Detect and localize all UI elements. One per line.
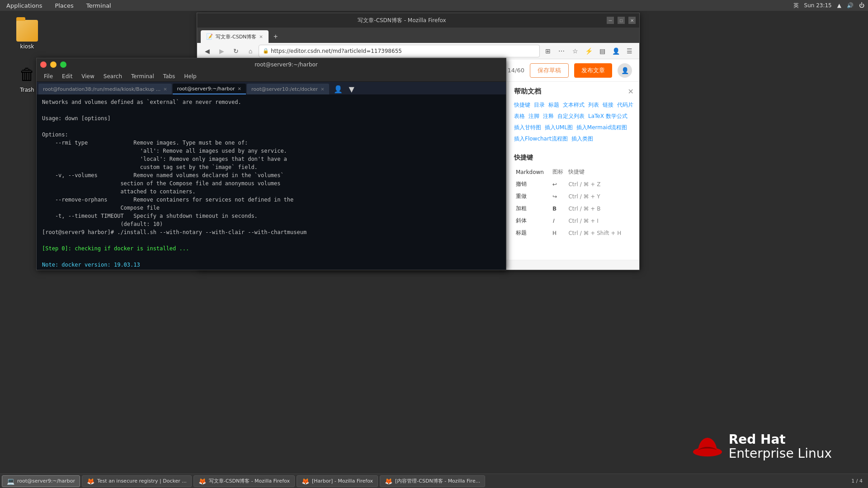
- terminal-menu-edit[interactable]: Edit: [58, 72, 76, 80]
- shortcut-action-2: 重做: [515, 191, 551, 202]
- shortcut-icon-1: ↩: [552, 178, 567, 190]
- link-code[interactable]: 代码片: [617, 101, 633, 109]
- firefox-favicon: 📝: [206, 33, 213, 40]
- term-line-7: 'all': Remove all images used by any ser…: [42, 147, 500, 155]
- terminal-maximize-btn[interactable]: [60, 61, 66, 68]
- firefox-close-btn[interactable]: ✕: [628, 17, 636, 24]
- firefox-titlebar: 写文章-CSDN博客 - Mozilla Firefox ─ □ ✕: [197, 13, 639, 28]
- term-line-22: [42, 269, 500, 270]
- taskbar-item-content-ff[interactable]: 🦊 [内容管理-CSDN博客 - Mozilla Fire...: [380, 475, 485, 487]
- link-custom-list[interactable]: 自定义列表: [557, 113, 585, 120]
- menu-places[interactable]: Places: [52, 1, 76, 10]
- terminal-tabs: root@foundation38:/run/media/kiosk/Backu…: [37, 82, 506, 94]
- terminal-menu-view[interactable]: View: [78, 72, 98, 80]
- save-draft-btn[interactable]: 保存草稿: [530, 63, 569, 78]
- publish-btn[interactable]: 发布文章: [574, 63, 612, 78]
- firefox-maximize-btn[interactable]: □: [618, 17, 625, 24]
- link-shortcut[interactable]: 快捷键: [514, 101, 530, 109]
- ff-extensions-btn[interactable]: ⋯: [555, 45, 568, 57]
- terminal-tab-3-close[interactable]: ✕: [321, 87, 324, 92]
- link-link[interactable]: 链接: [603, 101, 613, 109]
- link-comment[interactable]: 注释: [543, 113, 554, 120]
- terminal-tab-1[interactable]: root@foundation38:/run/media/kiosk/Backu…: [38, 84, 172, 94]
- ff-menu-btn[interactable]: ☰: [623, 45, 636, 57]
- term-line-21: Note: docker version: 19.03.13: [42, 261, 500, 269]
- taskbar: 💻 root@server9:~/harbor 🦊 Test an insecu…: [0, 474, 868, 488]
- word-count: 14/60: [508, 67, 524, 74]
- link-list[interactable]: 列表: [588, 101, 599, 109]
- panel-close-btn[interactable]: ✕: [628, 87, 634, 96]
- terminal-minimize-btn[interactable]: [50, 61, 57, 68]
- terminal-menu-file[interactable]: File: [40, 72, 57, 80]
- redhat-line2: Enterprise Linux: [729, 447, 832, 461]
- firefox-new-tab-btn[interactable]: +: [269, 30, 282, 43]
- user-avatar[interactable]: 👤: [618, 63, 632, 78]
- menu-applications[interactable]: Applications: [4, 1, 45, 10]
- ff-bookmark-btn[interactable]: ☆: [569, 45, 581, 57]
- link-toc[interactable]: 目录: [534, 101, 545, 109]
- terminal-tab-2-close[interactable]: ✕: [238, 86, 241, 91]
- term-line-6: --rmi type Remove images. Type must be o…: [42, 139, 500, 147]
- firefox-forward-btn[interactable]: ▶: [215, 45, 228, 57]
- term-line-17: [root@server9 harbor]# ./install.sh --wi…: [42, 228, 500, 236]
- terminal-menu-tabs[interactable]: Tabs: [160, 72, 179, 80]
- firefox-menu-btns: ⊞ ⋯ ☆ ⚡ ▤ 👤 ☰: [542, 45, 636, 57]
- link-textstyle[interactable]: 文本样式: [563, 101, 585, 109]
- taskbar-harbor-label: [Harbor] - Mozilla Firefox: [312, 478, 373, 484]
- reader-view-btn[interactable]: ⊞: [542, 45, 554, 57]
- terminal-tab-1-label: root@foundation38:/run/media/kiosk/Backu…: [43, 86, 160, 92]
- link-flowchart[interactable]: 插入Flowchart流程图: [514, 135, 568, 143]
- shortcut-row-3: 加粗 B Ctrl / ⌘ + B: [515, 203, 633, 214]
- terminal-tab-3-label: root@server10:/etc/docker: [251, 86, 318, 92]
- sidebar-btn[interactable]: ▤: [596, 45, 609, 57]
- firefox-address-bar[interactable]: 🔒 https://editor.csdn.net/md?articleId=1…: [259, 45, 540, 57]
- taskbar-item-docker-ff[interactable]: 🦊 Test an insecure registry | Docker ...: [82, 475, 192, 487]
- firefox-reload-btn[interactable]: ↻: [230, 45, 242, 57]
- shortcut-icon-5: H: [552, 227, 567, 239]
- redhat-logo: Red Hat Enterprise Linux: [692, 433, 832, 461]
- taskbar-item-csdn-ff[interactable]: 🦊 写文章-CSDN博客 - Mozilla Firefox: [193, 475, 295, 487]
- terminal-menu-terminal[interactable]: Terminal: [127, 72, 158, 80]
- terminal-menu-help[interactable]: Help: [180, 72, 200, 80]
- link-gantt[interactable]: 插入甘特图: [514, 124, 541, 131]
- firefox-tab-close[interactable]: ✕: [259, 34, 263, 39]
- firefox-back-btn[interactable]: ◀: [201, 45, 213, 57]
- link-latex[interactable]: LaTeX 数学公式: [588, 113, 627, 120]
- link-table[interactable]: 表格: [514, 113, 525, 120]
- desktop-icon-kiosk[interactable]: kiosk: [9, 20, 45, 50]
- firefox-active-tab[interactable]: 📝 写文章-CSDN博客 ✕: [201, 30, 269, 43]
- terminal-tab-2[interactable]: root@server9:~/harbor ✕: [173, 84, 246, 94]
- shortcut-key-5: Ctrl / ⌘ + Shift + H: [567, 227, 633, 239]
- term-line-14: Compose file: [42, 204, 500, 212]
- taskbar-item-harbor-ff[interactable]: 🦊 [Harbor] - Mozilla Firefox: [297, 475, 378, 487]
- firefox-title-text: 写文章-CSDN博客 - Mozilla Firefox: [201, 17, 603, 24]
- taskbar-csdn-icon: 🦊: [198, 478, 206, 485]
- clock: Sun 23:15: [804, 2, 832, 9]
- terminal-tab-2-label: root@server9:~/harbor: [177, 86, 235, 92]
- terminal-tab-1-close[interactable]: ✕: [163, 87, 167, 92]
- firefox-home-btn[interactable]: ⌂: [244, 45, 257, 57]
- shortcut-icon-4: I: [552, 215, 567, 226]
- synced-tabs-btn[interactable]: ⚡: [582, 45, 595, 57]
- network-icon: ▲: [837, 2, 841, 9]
- taskbar-page-info: 1 / 4: [848, 478, 866, 484]
- menu-terminal[interactable]: Terminal: [84, 1, 114, 10]
- link-mermaid[interactable]: 插入Mermaid流程图: [576, 124, 627, 131]
- shortcuts-table: Markdown 图标 快捷键 撤销 ↩ Ctrl / ⌘ + Z 重做 ↪: [514, 165, 634, 239]
- terminal-close-btn[interactable]: [40, 61, 47, 68]
- firefox-minimize-btn[interactable]: ─: [607, 17, 614, 24]
- account-btn[interactable]: 👤: [609, 45, 622, 57]
- top-menubar: Applications Places Terminal 英 Sun 23:15…: [0, 0, 868, 11]
- link-heading[interactable]: 标题: [548, 101, 559, 109]
- terminal-tab-add[interactable]: 👤: [330, 84, 346, 94]
- link-uml[interactable]: 插入UML图: [545, 124, 573, 131]
- terminal-content[interactable]: Networks and volumes defined as `externa…: [37, 94, 506, 270]
- terminal-tab-dropdown[interactable]: ▼: [347, 84, 356, 94]
- url-text: https://editor.csdn.net/md?articleId=117…: [271, 48, 402, 54]
- terminal-menu-search[interactable]: Search: [100, 72, 126, 80]
- link-class[interactable]: 插入类图: [571, 135, 593, 143]
- link-footnote[interactable]: 注脚: [528, 113, 539, 120]
- taskbar-item-terminal[interactable]: 💻 root@server9:~/harbor: [2, 475, 80, 487]
- terminal-tab-3[interactable]: root@server10:/etc/docker ✕: [247, 84, 329, 94]
- term-line-20: [42, 253, 500, 261]
